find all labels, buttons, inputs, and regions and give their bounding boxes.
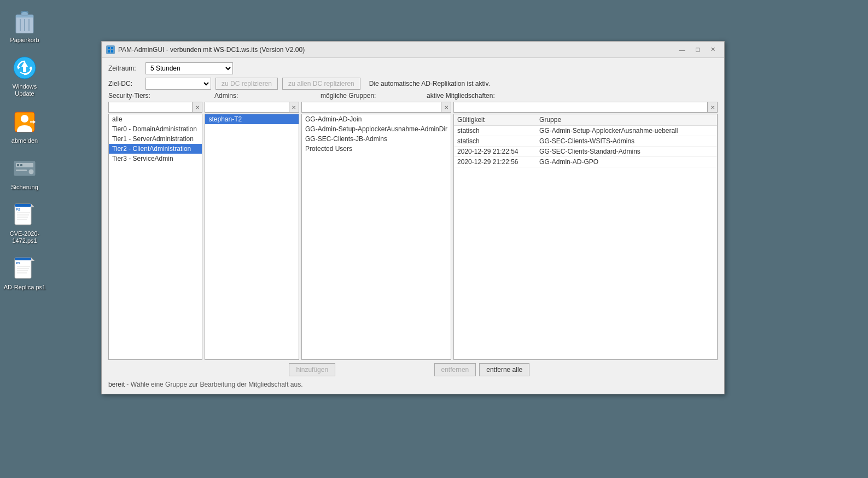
sicherung-icon	[11, 155, 38, 182]
svg-rect-39	[111, 47, 113, 49]
zu-allen-dc-replizieren-button[interactable]: zu allen DC replizieren	[282, 78, 360, 90]
desktop: Papierkorb Windows Update	[0, 0, 868, 478]
zieldc-row: Ziel-DC: zu DC replizieren zu allen DC r…	[108, 78, 718, 90]
membership-row[interactable]: 2020-12-29 21:22:56GG-Admin-AD-GPO	[454, 157, 717, 167]
aktive-mitgliedschaften-search-input[interactable]	[453, 102, 708, 113]
admin-item[interactable]: stephan-T2	[205, 114, 298, 124]
mogliche-gruppen-item[interactable]: GG-Admin-AD-Join	[302, 114, 451, 124]
security-tiers-clear-button[interactable]: ✕	[193, 102, 202, 113]
zu-dc-replizieren-button[interactable]: zu DC replizieren	[215, 78, 278, 90]
membership-validity: statisch	[457, 127, 539, 135]
mogliche-gruppen-item[interactable]: GG-Admin-Setup-ApplockerAusnahme-AdminDi…	[302, 124, 451, 134]
desktop-icon-abmelden[interactable]: abmelden	[3, 109, 46, 144]
maximize-button[interactable]: ◻	[690, 44, 704, 55]
panel-labels-row: Security-Tiers: Admins: mögliche Gruppen…	[108, 92, 718, 100]
membership-validity: 2020-12-29 21:22:56	[457, 158, 539, 166]
replication-status: Die automatische AD-Replikation ist akti…	[369, 80, 490, 88]
sicherung-label: Sicherung	[11, 184, 38, 191]
header-group: Gruppe	[539, 116, 714, 124]
window-body: Zeitraum: 5 Stunden1 Stunde2 Stunden8 St…	[102, 58, 724, 394]
mogliche-gruppen-list[interactable]: GG-Admin-AD-JoinGG-Admin-Setup-Applocker…	[301, 114, 451, 360]
membership-row[interactable]: statischGG-SEC-Clients-WSITS-Admins	[454, 136, 717, 147]
minimize-button[interactable]: —	[675, 44, 689, 55]
desktop-icon-cve-script[interactable]: PS CVE-2020-1472.ps1	[3, 202, 46, 244]
mogliche-gruppen-clear-button[interactable]: ✕	[441, 102, 451, 113]
mogliche-gruppen-item[interactable]: Protected Users	[302, 144, 451, 154]
ad-replica-icon: PS	[11, 255, 38, 282]
svg-rect-29	[15, 258, 31, 278]
security-tier-item[interactable]: Tier0 - DomainAdministration	[109, 124, 202, 134]
security-tier-item[interactable]: alle	[109, 114, 202, 124]
security-tier-item[interactable]: Tier1 - ServerAdministration	[109, 134, 202, 144]
security-tier-item[interactable]: Tier2 - ClientAdministration	[109, 144, 202, 154]
membership-row[interactable]: statischGG-Admin-Setup-ApplockerAusnahme…	[454, 126, 717, 136]
window-title-text: PAM-AdminGUI - verbunden mit WS-DC1.ws.i…	[118, 46, 305, 54]
security-tier-item[interactable]: Tier3 - ServiceAdmin	[109, 154, 202, 164]
admins-panel-label-wrap: Admins:	[214, 92, 318, 100]
zieldc-label: Ziel-DC:	[108, 80, 141, 88]
aktive-mitgliedschaften-clear-button[interactable]: ✕	[708, 102, 718, 113]
svg-rect-38	[108, 47, 110, 49]
memberships-rows: statischGG-Admin-Setup-ApplockerAusnahme…	[454, 126, 717, 167]
svg-rect-18	[20, 164, 22, 166]
cve-script-label: CVE-2020-1472.ps1	[3, 230, 46, 244]
aktive-mitgliedschaften-search-area: ✕	[453, 102, 718, 113]
svg-rect-19	[16, 170, 27, 171]
admins-list[interactable]: stephan-T2	[205, 114, 299, 360]
desktop-icon-ad-replica[interactable]: PS AD-Replica.ps1	[3, 255, 46, 291]
admins-panel: ✕ stephan-T2	[205, 102, 299, 360]
hinzufugen-area: hinzufügen	[108, 363, 412, 376]
abmelden-label: abmelden	[11, 137, 38, 144]
papierkorb-label: Papierkorb	[10, 37, 39, 44]
close-button[interactable]: ✕	[706, 44, 720, 55]
mogliche-gruppen-item[interactable]: GG-SEC-Clients-JB-Admins	[302, 134, 451, 144]
membership-group: GG-Admin-Setup-ApplockerAusnahme-ueberal…	[539, 127, 714, 135]
zeitraum-select[interactable]: 5 Stunden1 Stunde2 Stunden8 Stunden24 St…	[145, 62, 233, 74]
security-tiers-list[interactable]: alleTier0 - DomainAdministrationTier1 - …	[108, 114, 202, 360]
zeitraum-row: Zeitraum: 5 Stunden1 Stunde2 Stunden8 St…	[108, 62, 718, 74]
remove-buttons-area: entfernen entferne alle	[412, 363, 718, 376]
membership-row[interactable]: 2020-12-29 21:22:54GG-SEC-Clients-Standa…	[454, 147, 717, 157]
admins-clear-button[interactable]: ✕	[289, 102, 299, 113]
aktive-mitgliedschaften-panel: ✕ Gültigkeit Gruppe statischGG-Admin-Set…	[453, 102, 718, 360]
security-tiers-panel-label-wrap: Security-Tiers:	[108, 92, 212, 100]
bottom-buttons-row: hinzufügen entfernen entferne alle	[108, 363, 718, 376]
membership-group: GG-SEC-Clients-Standard-Admins	[539, 148, 714, 155]
entfernen-button[interactable]: entfernen	[434, 363, 476, 376]
security-tiers-search-input[interactable]	[108, 102, 193, 113]
svg-rect-23	[15, 204, 31, 207]
memberships-header: Gültigkeit Gruppe	[454, 114, 717, 126]
mogliche-gruppen-search-input[interactable]	[301, 102, 441, 113]
svg-text:PS: PS	[16, 261, 20, 265]
admins-search-input[interactable]	[205, 102, 289, 113]
membership-group: GG-Admin-AD-GPO	[539, 158, 714, 166]
zeitraum-label: Zeitraum:	[108, 65, 141, 72]
panels-row: ✕ alleTier0 - DomainAdministrationTier1 …	[108, 102, 718, 360]
desktop-icon-sicherung[interactable]: Sicherung	[3, 155, 46, 191]
aktive-mitgliedschaften-panel-label-wrap: aktive Mitgliedschaften:	[427, 92, 718, 100]
membership-validity: statisch	[457, 137, 539, 145]
recycle-bin-icon	[11, 8, 38, 34]
status-bar: bereit - Wähle eine Gruppe zur Bearbeitu…	[108, 380, 718, 389]
mogliche-gruppen-label: mögliche Gruppen:	[321, 92, 376, 100]
admins-label: Admins:	[214, 92, 238, 100]
svg-rect-20	[15, 204, 31, 225]
window-titlebar: PAM-AdminGUI - verbunden mit WS-DC1.ws.i…	[102, 42, 724, 58]
windows-update-label: Windows Update	[3, 83, 46, 97]
desktop-icon-papierkorb[interactable]: Papierkorb	[3, 8, 46, 44]
desktop-icon-windows-update[interactable]: Windows Update	[3, 55, 46, 97]
security-tiers-panel: ✕ alleTier0 - DomainAdministrationTier1 …	[108, 102, 202, 360]
security-tiers-label: Security-Tiers:	[108, 92, 150, 100]
header-validity: Gültigkeit	[457, 116, 539, 124]
svg-rect-41	[111, 50, 113, 53]
abmelden-icon	[11, 109, 38, 135]
zieldc-select[interactable]	[145, 78, 211, 90]
hinzufugen-button[interactable]: hinzufügen	[289, 363, 335, 376]
status-ready-text: bereit	[108, 381, 125, 388]
mogliche-gruppen-panel: ✕ GG-Admin-AD-JoinGG-Admin-Setup-Applock…	[301, 102, 451, 360]
svg-rect-32	[15, 258, 31, 260]
entferne-alle-button[interactable]: entferne alle	[479, 363, 529, 376]
mogliche-gruppen-panel-label-wrap: mögliche Gruppen:	[321, 92, 424, 100]
ad-replica-label: AD-Replica.ps1	[4, 284, 45, 291]
memberships-table: Gültigkeit Gruppe statischGG-Admin-Setup…	[453, 114, 718, 360]
